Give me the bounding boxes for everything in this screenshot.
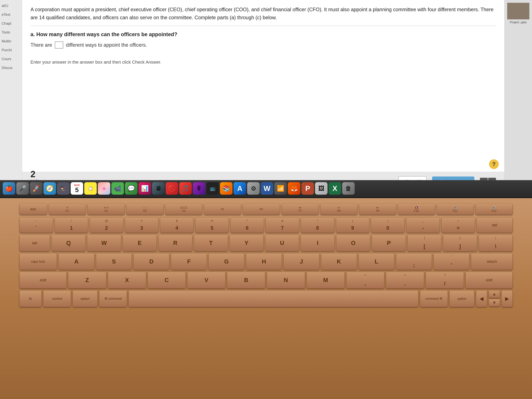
dock-icon-screen-share[interactable]: 🖥 [152,182,165,195]
dock-icon-music[interactable]: 🎵 [179,182,192,195]
key-semicolon[interactable]: : ; [396,253,432,270]
key-4[interactable]: $ 4 [160,217,194,233]
key-a[interactable]: A [58,253,94,270]
key-option-left[interactable]: option [73,290,98,307]
key-n[interactable]: N [267,272,305,288]
key-f12[interactable]: 🔊F12 [475,204,513,215]
dock-icon-podcast[interactable]: 🎙 [193,182,205,195]
key-6[interactable]: ^ 6 [230,217,264,233]
key-s[interactable]: S [96,253,132,270]
dock-icon-safari[interactable]: 🧭 [44,182,56,195]
key-delete[interactable]: del [477,217,513,233]
key-m[interactable]: M [307,272,345,288]
key-minus[interactable]: _ - [406,217,440,233]
dock-icon-launchpad[interactable]: 🚀 [30,182,42,195]
key-f5[interactable]: F5 [204,204,241,215]
key-backtick[interactable]: ~ ` [19,217,53,233]
key-f3[interactable]: ⬚⬚F3 [126,204,164,215]
key-v[interactable]: V [187,272,225,288]
key-d[interactable]: D [133,253,169,270]
key-h[interactable]: H [246,253,282,270]
key-arrow-up[interactable]: ▲ [489,290,500,298]
key-shift-right[interactable]: shift [466,272,513,288]
key-q[interactable]: Q [51,235,85,251]
key-shift-left[interactable]: shift [19,272,66,288]
key-f10[interactable]: 🔇F10 [398,204,435,215]
dock-icon-facetime[interactable]: 📹 [111,182,124,195]
key-space[interactable] [129,290,418,307]
key-f1[interactable]: ☀F1 [49,204,86,215]
key-slash[interactable]: ? / [426,272,464,288]
key-l[interactable]: L [359,253,394,270]
dock-icon-books[interactable]: 📚 [220,182,233,195]
key-8[interactable]: * 8 [301,217,334,233]
dock-icon-app-store[interactable]: A [234,182,246,195]
sidebar-item-atcr[interactable]: atCr [0,1,22,10]
dock-icon-word[interactable]: W [261,182,273,195]
key-f4[interactable]: ☰☰☰F4 [165,204,202,215]
dock-icon-trash[interactable]: 🗑 [342,182,355,195]
answer-input-box[interactable] [55,42,63,49]
dock-icon-wifi[interactable]: 📶 [274,182,287,195]
dock-icon-messages[interactable]: 💬 [125,182,137,195]
key-e[interactable]: E [123,235,157,251]
sidebar-item-etext[interactable]: eText [0,10,22,19]
key-k[interactable]: K [321,253,357,270]
key-command-left[interactable]: ⌘ command [99,290,127,307]
key-f[interactable]: F [171,253,207,270]
sidebar-item-discus[interactable]: Discus [0,63,22,72]
help-button[interactable]: ? [489,159,499,169]
key-x[interactable]: X [108,272,146,288]
key-u[interactable]: U [265,235,299,251]
dock-icon-chart[interactable]: 📊 [139,182,151,195]
key-7[interactable]: & 7 [266,217,299,233]
key-f9[interactable]: ⏭F9 [359,204,396,215]
key-2[interactable]: @ 2 [90,217,123,233]
sidebar-item-chapter[interactable]: Chapt [0,19,22,28]
key-o[interactable]: O [336,235,370,251]
dock-icon-appletv[interactable]: 📺 [206,182,219,195]
key-option-right[interactable]: option [450,290,474,307]
key-f6[interactable]: F6 [243,204,280,215]
key-t[interactable]: T [194,235,228,251]
key-3[interactable]: # 3 [125,217,158,233]
key-0[interactable]: ) 0 [371,217,405,233]
key-equals[interactable]: + = [441,217,475,233]
dock-icon-firefox[interactable]: 🦊 [288,182,300,195]
key-esc[interactable]: esc [19,204,47,215]
key-9[interactable]: ( 9 [336,217,369,233]
key-i[interactable]: I [301,235,335,251]
key-bracket-right[interactable]: } ] [443,235,477,251]
key-f7[interactable]: ⏮F7 [282,204,319,215]
key-arrow-right[interactable]: ▶ [501,290,513,307]
dock-icon-photos[interactable]: 🌸 [98,182,110,195]
dock-icon-siri[interactable]: 🎤 [16,182,29,195]
dock-icon-excel[interactable]: X [329,182,341,195]
key-backslash[interactable]: | \ [479,235,513,251]
key-bracket-left[interactable]: { [ [407,235,441,251]
sidebar-item-course[interactable]: Cours [0,55,22,63]
key-caps-lock[interactable]: caps lock [19,253,57,270]
key-return[interactable]: return [471,253,513,270]
dock-icon-finder[interactable]: 🍎 [3,182,15,195]
dock-icon-settings[interactable]: ⚙ [247,182,260,195]
key-period[interactable]: > . [386,272,424,288]
key-command-right[interactable]: command ⌘ [420,290,448,307]
key-control[interactable]: control [43,290,71,307]
dock-icon-preview[interactable]: 🖼 [315,182,328,195]
key-y[interactable]: Y [230,235,264,251]
dock-icon-noentry[interactable]: 🚫 [166,182,178,195]
key-f8[interactable]: ⏯F8 [320,204,357,215]
key-quote[interactable]: " ' [433,253,469,270]
key-p[interactable]: P [372,235,406,251]
key-g[interactable]: G [209,253,244,270]
key-j[interactable]: J [284,253,319,270]
key-comma[interactable]: < , [346,272,385,288]
key-c[interactable]: C [148,272,186,288]
key-5[interactable]: % 5 [195,217,229,233]
key-arrow-left[interactable]: ◀ [476,290,487,307]
key-fn[interactable]: fn [19,290,42,307]
sidebar-item-purchi[interactable]: Purchi [0,46,22,55]
dock-icon-calendar[interactable]: MAR 5 [71,182,83,195]
key-z[interactable]: Z [68,272,106,288]
